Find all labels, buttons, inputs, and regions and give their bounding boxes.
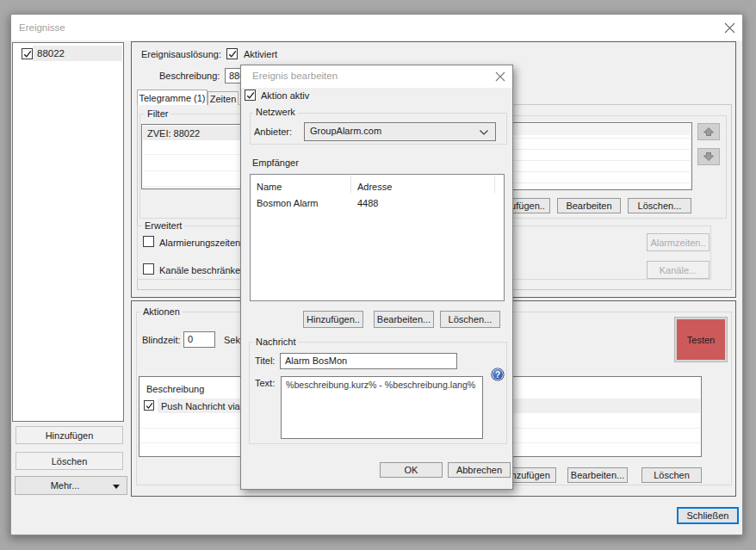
- svg-text:?: ?: [495, 370, 500, 380]
